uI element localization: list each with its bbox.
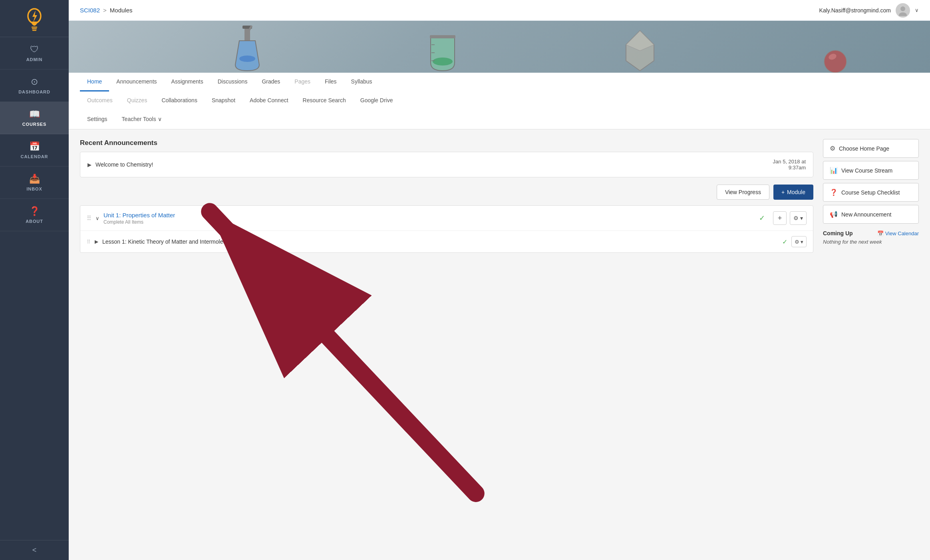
- content-main: Recent Announcements ▶ Welcome to Chemis…: [80, 139, 813, 258]
- sidebar-item-about[interactable]: ❓ ABOUT: [0, 199, 69, 231]
- breadcrumb-separator: >: [103, 7, 107, 14]
- tab-discussions[interactable]: Discussions: [211, 73, 255, 91]
- view-stream-label: View Course Stream: [841, 167, 892, 174]
- sidebar-item-inbox[interactable]: 📥 INBOX: [0, 167, 69, 199]
- setup-checklist-label: Course Setup Checklist: [841, 189, 900, 196]
- module-title-block: Unit 1: Properties of Matter Complete Al…: [103, 212, 755, 225]
- sidebar-item-courses[interactable]: 📖 COURSES: [0, 102, 69, 134]
- stream-icon: 📊: [830, 167, 838, 174]
- lesson-gear-button[interactable]: ⚙ ▾: [791, 236, 807, 247]
- tab-settings[interactable]: Settings: [80, 110, 115, 129]
- announcement-icon: 📢: [830, 210, 838, 218]
- expand-icon[interactable]: ▶: [87, 162, 91, 168]
- svg-point-5: [900, 6, 905, 11]
- tab-grades[interactable]: Grades: [254, 73, 287, 91]
- tab-outcomes[interactable]: Outcomes: [80, 91, 120, 110]
- collapse-icon: <: [32, 546, 37, 554]
- sidebar-item-admin[interactable]: 🛡 ADMIN: [0, 37, 69, 70]
- lesson-check-icon: ✓: [782, 238, 787, 246]
- avatar[interactable]: [896, 3, 910, 18]
- sidebar-item-dashboard[interactable]: ⊙ DASHBOARD: [0, 70, 69, 102]
- user-email: Kaly.Nasiff@strongmind.com: [819, 7, 891, 14]
- coming-up-title: Coming Up: [823, 230, 853, 236]
- announcement-title[interactable]: Welcome to Chemistry!: [95, 161, 153, 168]
- breadcrumb: SCI082 > Modules: [80, 7, 133, 14]
- module-subtitle: Complete All Items: [103, 219, 755, 225]
- announcement-row: ▶ Welcome to Chemistry! Jan 5, 2018 at 9…: [80, 152, 813, 177]
- crystal-icon: [620, 29, 660, 73]
- tab-quizzes[interactable]: Quizzes: [120, 91, 155, 110]
- module-check-icon: ✓: [759, 214, 765, 222]
- banner-illustrations: [149, 21, 930, 73]
- nav-row-2: Outcomes Quizzes Collaborations Snapshot…: [80, 91, 919, 110]
- sidebar-label-courses: COURSES: [22, 122, 47, 127]
- sidebar-nav: 🛡 ADMIN ⊙ DASHBOARD 📖 COURSES 📅 CALENDAR…: [0, 37, 69, 540]
- tab-assignments[interactable]: Assignments: [164, 73, 211, 91]
- new-announcement-button[interactable]: 📢 New Announcement: [823, 205, 919, 224]
- svg-point-18: [824, 50, 847, 73]
- content-sidebar: ⚙ Choose Home Page 📊 View Course Stream …: [823, 139, 919, 245]
- lesson-expand-icon[interactable]: ▶: [95, 239, 98, 244]
- content-area: Recent Announcements ▶ Welcome to Chemis…: [69, 129, 930, 560]
- tab-teacher-tools[interactable]: Teacher Tools ∨: [115, 110, 169, 129]
- breadcrumb-course-link[interactable]: SCI082: [80, 7, 100, 14]
- tab-resource-search[interactable]: Resource Search: [296, 91, 353, 110]
- dashboard-icon: ⊙: [31, 77, 38, 87]
- announcement-left: ▶ Welcome to Chemistry!: [87, 161, 153, 168]
- tab-syllabus[interactable]: Syllabus: [344, 73, 380, 91]
- module-title[interactable]: Unit 1: Properties of Matter: [103, 212, 755, 218]
- home-page-icon: ⚙: [830, 145, 835, 152]
- tab-pages[interactable]: Pages: [287, 73, 318, 91]
- view-progress-button[interactable]: View Progress: [717, 185, 769, 200]
- gear-dropdown-arrow: ▾: [800, 215, 803, 221]
- checklist-icon: ❓: [830, 189, 838, 196]
- tab-announcements[interactable]: Announcements: [109, 73, 164, 91]
- announcements-box: ▶ Welcome to Chemistry! Jan 5, 2018 at 9…: [80, 152, 813, 177]
- user-menu-chevron[interactable]: ∨: [915, 7, 919, 13]
- coming-up-empty: Nothing for the next week: [823, 239, 919, 245]
- view-course-stream-button[interactable]: 📊 View Course Stream: [823, 161, 919, 180]
- add-module-button[interactable]: + Module: [773, 185, 813, 200]
- main-content: SCI082 > Modules Kaly.Nasiff@strongmind.…: [69, 0, 930, 560]
- book-icon: 📖: [29, 109, 40, 119]
- tab-google-drive[interactable]: Google Drive: [353, 91, 400, 110]
- tab-collaborations[interactable]: Collaborations: [154, 91, 205, 110]
- choose-home-page-button[interactable]: ⚙ Choose Home Page: [823, 139, 919, 158]
- nav-row-3: Settings Teacher Tools ∨: [80, 110, 919, 129]
- module-actions-bar: View Progress + Module: [80, 185, 813, 200]
- sidebar-collapse-button[interactable]: <: [0, 540, 69, 560]
- sidebar-item-calendar[interactable]: 📅 CALENDAR: [0, 134, 69, 167]
- calendar-icon: 📅: [29, 141, 40, 152]
- svg-rect-11: [430, 35, 455, 38]
- breadcrumb-current-page: Modules: [110, 7, 133, 14]
- tab-snapshot[interactable]: Snapshot: [205, 91, 242, 110]
- lesson-drag-handle[interactable]: ⠿: [87, 239, 91, 245]
- sidebar-label-calendar: CALENDAR: [21, 154, 48, 159]
- course-setup-checklist-button[interactable]: ❓ Course Setup Checklist: [823, 183, 919, 202]
- inbox-icon: 📥: [29, 174, 40, 184]
- sphere-icon: [821, 45, 849, 73]
- add-module-label: Module: [787, 189, 805, 195]
- module-actions-right: + ⚙ ▾: [773, 211, 807, 225]
- coming-up-header: Coming Up 📅 View Calendar: [823, 230, 919, 236]
- lesson-row: ⠿ ▶ Lesson 1: Kinetic Theory of Matter a…: [80, 231, 813, 252]
- tab-files[interactable]: Files: [318, 73, 344, 91]
- module-header: ⠿ ∨ Unit 1: Properties of Matter Complet…: [80, 206, 813, 231]
- teacher-tools-label: Teacher Tools: [122, 116, 156, 122]
- view-calendar-link[interactable]: 📅 View Calendar: [877, 230, 919, 236]
- topbar-right: Kaly.Nasiff@strongmind.com ∨: [819, 3, 919, 18]
- announcement-date: Jan 5, 2018 at 9:37am: [773, 159, 806, 171]
- lesson-title: Lesson 1: Kinetic Theory of Matter and I…: [102, 238, 778, 245]
- module-expand-icon[interactable]: ∨: [95, 215, 99, 221]
- module-gear-button[interactable]: ⚙ ▾: [790, 211, 807, 225]
- module-add-item-button[interactable]: +: [773, 211, 787, 225]
- strongmind-logo-icon: [24, 7, 45, 31]
- module-drag-handle[interactable]: ⠿: [87, 214, 91, 222]
- lesson-gear-icon: ⚙: [795, 239, 799, 245]
- lesson-gear-arrow: ▾: [801, 239, 803, 245]
- sidebar-logo: [0, 0, 69, 37]
- tab-adobe-connect[interactable]: Adobe Connect: [242, 91, 296, 110]
- help-icon: ❓: [29, 206, 40, 216]
- choose-home-label: Choose Home Page: [839, 145, 889, 152]
- tab-home[interactable]: Home: [80, 73, 109, 91]
